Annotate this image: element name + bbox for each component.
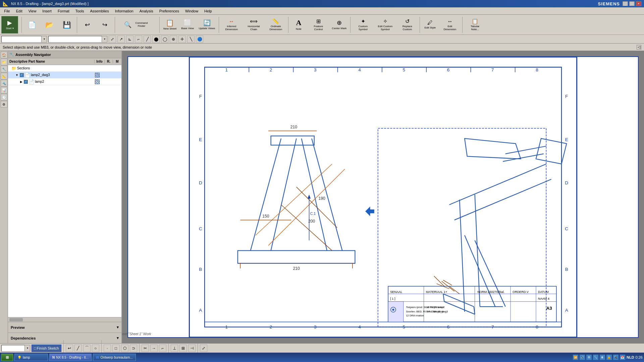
poly-btn[interactable]: ⬡	[121, 345, 128, 352]
ordinate-dim-button[interactable]: 📏 Ordinate Dimension	[265, 16, 286, 34]
undo-button[interactable]: ↩	[79, 16, 95, 34]
constraint-btn[interactable]: ⊥	[171, 345, 178, 352]
side-icon-6[interactable]: 📊	[1, 87, 7, 94]
filter-dropdown-btn[interactable]: ▾	[42, 36, 47, 43]
point-btn[interactable]: ·	[104, 345, 111, 352]
edit-style-button[interactable]: 🖊 Edit Style	[422, 16, 438, 34]
dependencies-label: Dependencies	[11, 336, 36, 340]
trim-btn[interactable]: ✂	[142, 345, 149, 352]
extend-btn[interactable]: →	[150, 345, 158, 352]
side-icon-3[interactable]: 🔧	[1, 66, 7, 72]
snap-btn10[interactable]: ╲	[187, 36, 195, 43]
statusbar-collapse-btn[interactable]: ◁	[637, 45, 641, 50]
tabular-note-button[interactable]: 📋 Tabular Note...	[465, 16, 485, 34]
nav-scrollbar-h[interactable]	[8, 317, 121, 322]
menu-tools[interactable]: Tools	[73, 8, 87, 14]
finish-sketch-button[interactable]: □ Finish Sketch	[32, 345, 61, 352]
fillet-btn[interactable]: ⌐	[159, 345, 166, 352]
menu-insert[interactable]: Insert	[40, 8, 54, 14]
snap-btn3[interactable]: ⊾	[126, 36, 133, 43]
menu-assemblies[interactable]: Assemblies	[87, 8, 111, 14]
menu-window[interactable]: Window	[182, 8, 201, 14]
minimize-button[interactable]: _	[623, 1, 628, 6]
side-icon-5[interactable]: 🔩	[1, 80, 7, 86]
custom-symbol-button[interactable]: ✦ Custom Symbol	[353, 16, 373, 34]
side-icon-2[interactable]: 📁	[1, 59, 7, 65]
menu-edit[interactable]: Edit	[13, 8, 25, 14]
snap-btn7[interactable]: ◯	[161, 36, 168, 43]
task-lamp[interactable]: 💡 lamp	[14, 354, 48, 361]
snap-btn5[interactable]: ╱	[144, 36, 151, 43]
snap-btn11[interactable]: 🔵	[196, 36, 203, 43]
center-mark-button[interactable]: ⊕ Center Mark	[330, 16, 348, 34]
list-item[interactable]: ▶ ✓ 📄 lamp2	[8, 78, 121, 85]
feature-control-button[interactable]: ⊞ Feature Control	[308, 16, 329, 34]
redo-button[interactable]: ↪	[97, 16, 113, 34]
base-view-button[interactable]: ⬜ Base View	[179, 16, 196, 34]
side-icon-4[interactable]: 📐	[1, 73, 7, 79]
pattern-btn[interactable]: ⊞	[179, 345, 187, 352]
inferred-dimension-button[interactable]: ↔ Inferred Dimension	[221, 16, 242, 34]
line-btn[interactable]: ╱	[74, 345, 82, 352]
menu-preferences[interactable]: Preferences	[157, 8, 182, 14]
note-button[interactable]: A Note	[290, 16, 307, 34]
menu-information[interactable]: Information	[112, 8, 136, 14]
snap-btn2[interactable]: ↗	[117, 36, 125, 43]
scrollbar-thumb[interactable]	[9, 318, 23, 321]
list-item[interactable]: ▼ ✓ 📄 lamp2_dwg3	[8, 72, 121, 78]
dependencies-section[interactable]: Dependencies ▾	[8, 333, 121, 343]
start-menu-button[interactable]: ⊞	[1, 354, 13, 361]
move-btn[interactable]: ⤢	[200, 345, 207, 352]
command-finder-button[interactable]: 🔍 Command Finder	[117, 16, 157, 34]
menu-view[interactable]: View	[26, 8, 39, 14]
filter-combo[interactable]: ▾	[1, 36, 47, 43]
edit-custom-sym-label: Edit Custom Symbol	[376, 25, 394, 31]
side-icon-1[interactable]: 🏠	[1, 52, 7, 58]
restore-button[interactable]: □	[629, 1, 635, 6]
task-nx[interactable]: N NX 8.5 - Drafting - Il...	[49, 354, 92, 361]
task-word[interactable]: W Ontwerp bureaulam...	[93, 354, 136, 361]
preview-section[interactable]: Preview ▾	[8, 322, 121, 333]
side-icon-8[interactable]: ⚙	[1, 101, 7, 108]
edit-dimension-button[interactable]: ↔ Edit Dimension	[439, 16, 460, 34]
svg-text:10 PART: lamp2: 10 PART: lamp2	[426, 306, 444, 309]
menu-help[interactable]: Help	[202, 8, 215, 14]
new-sheet-button[interactable]: 📋 New Sheet	[162, 16, 178, 34]
open-file-button[interactable]: 📂	[41, 16, 57, 34]
menu-analysis[interactable]: Analysis	[137, 8, 156, 14]
menu-file[interactable]: File	[1, 8, 13, 14]
save-file-button[interactable]: 💾	[59, 16, 75, 34]
horizontal-chain-button[interactable]: ⟺ Horizontal Chain	[243, 16, 264, 34]
snap-btn8[interactable]: ⊕	[170, 36, 177, 43]
snap-btn1[interactable]: ⤢	[109, 36, 116, 43]
sheet-selector[interactable]: Sheet 1 ▾	[1, 345, 30, 352]
arc-btn[interactable]: ⌒	[83, 345, 91, 352]
undo-sketch-btn[interactable]: ↩	[66, 345, 73, 352]
rect-btn[interactable]: □	[112, 345, 120, 352]
list-item[interactable]: 📁 Sections	[8, 65, 121, 72]
close-button[interactable]: ✕	[636, 1, 641, 6]
snap-btn9[interactable]: ✛	[178, 36, 186, 43]
mirror-btn[interactable]: ⊣	[188, 345, 196, 352]
svg-text:C: C	[565, 226, 568, 231]
sheet-input[interactable]: Sheet 1	[1, 345, 25, 352]
assembly-filter-combo[interactable]: Entire Assembly ▾	[48, 36, 107, 43]
offset-btn[interactable]: ⊃	[130, 345, 137, 352]
update-views-button[interactable]: 🔄 Update Views	[197, 16, 217, 34]
sheet-dropdown-btn[interactable]: ▾	[25, 345, 30, 352]
snap-btn6[interactable]: ⬤	[152, 36, 160, 43]
col-r-header: R.	[105, 60, 113, 63]
command-finder-label: Command Finder	[133, 22, 150, 28]
side-icon-7[interactable]: 🕐	[1, 94, 7, 101]
save-file-icon: 💾	[63, 21, 71, 29]
new-file-button[interactable]: 📄	[24, 16, 40, 34]
edit-custom-symbol-button[interactable]: ✧ Edit Custom Symbol	[375, 16, 395, 34]
snap-btn4[interactable]: ⌐	[135, 36, 142, 43]
assembly-filter-input[interactable]: Entire Assembly	[48, 36, 102, 43]
circle-btn[interactable]: ○	[92, 345, 99, 352]
assembly-filter-dropdown[interactable]: ▾	[102, 36, 107, 43]
filter-input[interactable]	[1, 36, 42, 43]
replace-custom-button[interactable]: ↺ Replace Custom	[397, 16, 418, 34]
menu-format[interactable]: Format	[55, 8, 72, 14]
start-button[interactable]: ▶ Start ▾	[1, 16, 18, 34]
